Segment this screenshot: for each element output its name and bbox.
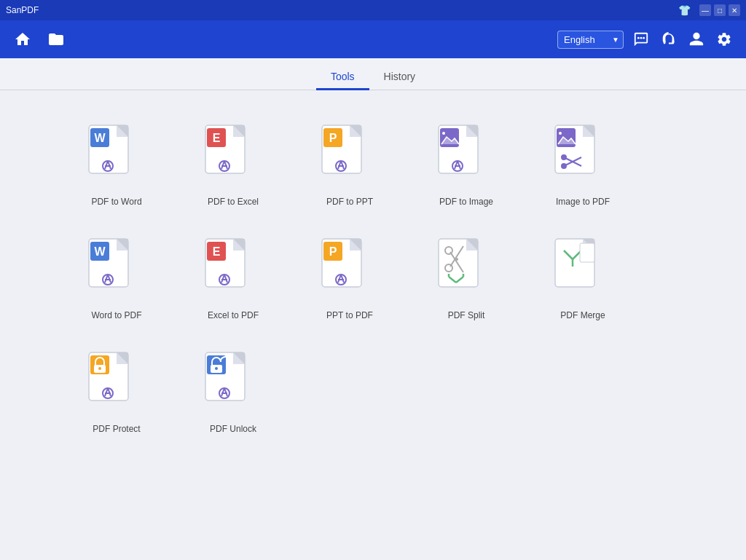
tool-pdf-to-ppt[interactable]: P PDF to PPT	[291, 112, 408, 218]
app-title: SanPDF	[6, 5, 39, 15]
svg-rect-27	[440, 128, 459, 147]
svg-rect-3	[664, 40, 666, 44]
close-button[interactable]: ✕	[729, 4, 740, 16]
svg-text:P: P	[329, 245, 337, 258]
settings-icon[interactable]	[714, 29, 734, 50]
minimize-button[interactable]: —	[699, 4, 711, 16]
pdf-unlock-svg	[204, 351, 255, 413]
toolbar-left	[12, 28, 67, 50]
chat-icon[interactable]	[631, 29, 651, 50]
excel-to-pdf-icon-wrap: E	[204, 237, 262, 303]
pdf-to-ppt-label: PDF to PPT	[326, 197, 373, 207]
image-to-pdf-icon-wrap	[554, 124, 612, 189]
maximize-button[interactable]: □	[714, 4, 726, 16]
ppt-to-pdf-label: PPT to PDF	[326, 310, 373, 320]
pdf-to-excel-svg: E	[204, 124, 255, 186]
pdf-merge-icon-wrap	[554, 237, 612, 303]
svg-text:W: W	[94, 132, 106, 144]
image-to-pdf-label: Image to PDF	[556, 197, 610, 207]
tab-tools[interactable]: Tools	[316, 65, 369, 90]
word-to-pdf-icon-wrap: W	[87, 237, 146, 303]
pdf-to-word-label: PDF to Word	[91, 197, 141, 207]
svg-point-1	[640, 37, 643, 39]
pdf-protect-label: PDF Protect	[93, 424, 140, 434]
open-file-button[interactable]	[45, 28, 67, 50]
svg-point-66	[455, 258, 458, 261]
excel-to-pdf-svg: E	[204, 237, 255, 299]
tool-pdf-to-word[interactable]: W PDF to Word	[58, 112, 175, 218]
svg-rect-73	[580, 243, 594, 262]
headset-icon[interactable]	[659, 29, 679, 50]
ppt-to-pdf-svg: P	[321, 237, 372, 299]
tool-pdf-protect[interactable]: PDF Protect	[58, 339, 175, 446]
image-to-pdf-svg	[554, 124, 605, 186]
language-dropdown[interactable]: English Chinese Japanese French German	[557, 31, 624, 49]
tools-row-2: PDF Protect	[58, 339, 688, 446]
tools-row-0: W PDF to Word	[58, 112, 688, 218]
tool-pdf-to-excel[interactable]: E PDF to Excel	[175, 112, 291, 218]
tool-pdf-merge[interactable]: PDF Merge	[525, 226, 641, 332]
pdf-to-excel-icon-wrap: E	[204, 124, 262, 189]
tabbar: Tools History	[0, 58, 746, 90]
svg-point-38	[562, 164, 566, 168]
pdf-to-image-label: PDF to Image	[439, 197, 493, 207]
tool-pdf-split[interactable]: PDF Split	[408, 226, 525, 332]
tool-ppt-to-pdf[interactable]: P PPT to PDF	[291, 226, 408, 332]
pdf-to-ppt-icon-wrap: P	[321, 124, 379, 189]
tool-pdf-unlock[interactable]: PDF Unlock	[175, 339, 291, 446]
pdf-split-label: PDF Split	[448, 310, 485, 320]
svg-point-2	[643, 37, 645, 39]
excel-to-pdf-label: Excel to PDF	[208, 310, 259, 320]
tools-row-1: W Word to PDF E	[58, 226, 688, 332]
pdf-to-image-svg	[437, 124, 488, 186]
tool-word-to-pdf[interactable]: W Word to PDF	[58, 226, 175, 332]
ppt-to-pdf-icon-wrap: P	[321, 237, 379, 303]
tool-image-to-pdf[interactable]: Image to PDF	[525, 112, 641, 218]
language-selector[interactable]: English Chinese Japanese French German ▼	[557, 31, 624, 49]
toolbar: English Chinese Japanese French German ▼	[0, 20, 746, 58]
svg-text:W: W	[94, 245, 106, 258]
home-button[interactable]	[12, 28, 34, 50]
shirt-icon: 👕	[678, 4, 691, 16]
svg-point-28	[442, 132, 445, 135]
svg-text:E: E	[213, 245, 221, 258]
user-icon[interactable]	[686, 29, 707, 50]
svg-point-39	[562, 155, 566, 159]
svg-text:E: E	[213, 132, 221, 144]
pdf-to-image-icon-wrap	[437, 124, 495, 189]
word-to-pdf-label: Word to PDF	[91, 310, 141, 320]
pdf-split-svg	[437, 237, 488, 299]
pdf-to-ppt-svg: P	[321, 124, 372, 186]
pdf-to-word-svg: W	[87, 124, 138, 186]
svg-point-77	[98, 367, 101, 370]
svg-point-85	[215, 367, 218, 370]
pdf-to-word-icon-wrap: W	[87, 124, 146, 189]
tool-pdf-to-image[interactable]: PDF to Image	[408, 112, 525, 218]
svg-rect-4	[672, 40, 675, 44]
svg-rect-34	[557, 128, 576, 147]
titlebar: SanPDF 👕 — □ ✕	[0, 0, 746, 20]
pdf-merge-label: PDF Merge	[560, 310, 605, 320]
pdf-unlock-icon-wrap	[204, 351, 262, 417]
svg-text:P: P	[329, 132, 337, 144]
pdf-merge-svg	[554, 237, 605, 299]
titlebar-controls: 👕 — □ ✕	[678, 4, 740, 16]
pdf-protect-svg	[87, 351, 138, 413]
word-to-pdf-svg: W	[87, 237, 138, 299]
toolbar-right: English Chinese Japanese French German ▼	[557, 29, 734, 50]
pdf-protect-icon-wrap	[87, 351, 146, 417]
tab-history[interactable]: History	[369, 65, 431, 90]
pdf-unlock-label: PDF Unlock	[210, 424, 256, 434]
main-content: W PDF to Word	[0, 90, 746, 560]
pdf-to-excel-label: PDF to Excel	[208, 197, 259, 207]
svg-point-35	[559, 132, 562, 135]
pdf-split-icon-wrap	[437, 237, 495, 303]
svg-point-0	[637, 37, 640, 39]
tool-excel-to-pdf[interactable]: E Excel to PDF	[175, 226, 291, 332]
